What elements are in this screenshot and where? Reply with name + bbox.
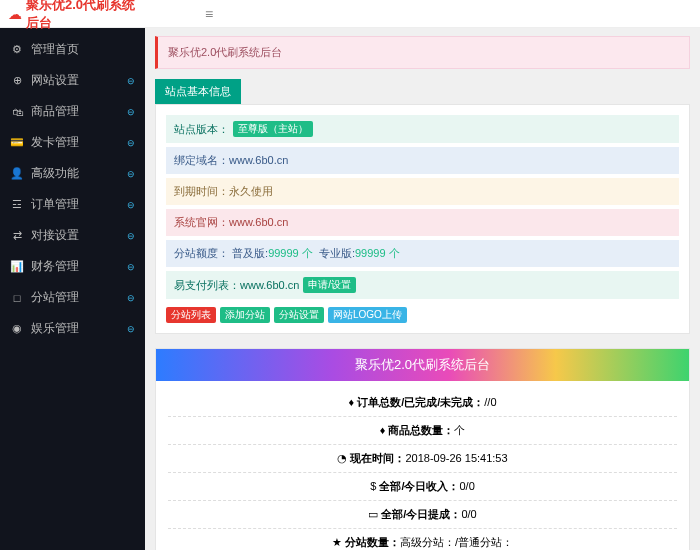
row-version: 站点版本： 至尊版（主站） — [166, 115, 679, 143]
alert-banner: 聚乐优2.0代刷系统后台 — [155, 36, 690, 69]
quick-links: 分站列表添加分站分站设置网站LOGO上传 — [166, 307, 679, 323]
panel-title: 聚乐优2.0代刷系统后台 — [156, 349, 689, 381]
sidebar-item-2[interactable]: 🛍商品管理⊖ — [0, 96, 145, 127]
sidebar-icon: ⊕ — [10, 74, 24, 87]
dashboard-panel: 聚乐优2.0代刷系统后台 ♦ 订单总数/已完成/未完成：//0♦ 商品总数量：个… — [155, 348, 690, 550]
chevron-icon: ⊖ — [127, 107, 135, 117]
sidebar-icon: 🛍 — [10, 106, 24, 118]
site-info-panel: 站点版本： 至尊版（主站） 绑定域名：www.6b0.cn 到期时间：永久使用 … — [155, 104, 690, 334]
stat-row-4: ▭ 全部/今日提成：0/0 — [168, 501, 677, 529]
version-tag: 至尊版（主站） — [233, 121, 313, 137]
sidebar-label: 高级功能 — [31, 165, 79, 182]
quick-link-0[interactable]: 分站列表 — [166, 307, 216, 323]
chevron-icon: ⊖ — [127, 324, 135, 334]
site-info-title: 站点基本信息 — [155, 79, 241, 104]
sidebar-item-6[interactable]: ⇄对接设置⊖ — [0, 220, 145, 251]
sidebar: ⚙管理首页⊕网站设置⊖🛍商品管理⊖💳发卡管理⊖👤高级功能⊖☲订单管理⊖⇄对接设置… — [0, 0, 145, 550]
quick-link-1[interactable]: 添加分站 — [220, 307, 270, 323]
sidebar-icon: ⇄ — [10, 229, 24, 242]
sidebar-icon: □ — [10, 292, 24, 304]
row-quota: 分站额度： 普及版:99999 个 专业版:99999 个 — [166, 240, 679, 267]
chevron-icon: ⊖ — [127, 76, 135, 86]
chevron-icon: ⊖ — [127, 231, 135, 241]
main-content: 聚乐优2.0代刷系统后台 站点基本信息 站点版本： 至尊版（主站） 绑定域名：w… — [145, 0, 700, 550]
sidebar-item-1[interactable]: ⊕网站设置⊖ — [0, 65, 145, 96]
chevron-icon: ⊖ — [127, 293, 135, 303]
row-official: 系统官网：www.6b0.cn — [166, 209, 679, 236]
sidebar-label: 娱乐管理 — [31, 320, 79, 337]
sidebar-icon: 📊 — [10, 260, 24, 273]
sidebar-item-0[interactable]: ⚙管理首页 — [0, 34, 145, 65]
sidebar-label: 订单管理 — [31, 196, 79, 213]
chevron-icon: ⊖ — [127, 138, 135, 148]
quick-link-2[interactable]: 分站设置 — [274, 307, 324, 323]
chevron-icon: ⊖ — [127, 200, 135, 210]
stat-row-0: ♦ 订单总数/已完成/未完成：//0 — [168, 389, 677, 417]
sidebar-item-8[interactable]: □分站管理⊖ — [0, 282, 145, 313]
brand-text: 聚乐优2.0代刷系统后台 — [26, 0, 145, 32]
sidebar-label: 分站管理 — [31, 289, 79, 306]
stat-row-2: ◔ 现在时间：2018-09-26 15:41:53 — [168, 445, 677, 473]
sidebar-label: 发卡管理 — [31, 134, 79, 151]
sidebar-label: 对接设置 — [31, 227, 79, 244]
stat-row-3: $ 全部/今日收入：0/0 — [168, 473, 677, 501]
chevron-icon: ⊖ — [127, 169, 135, 179]
sidebar-label: 管理首页 — [31, 41, 79, 58]
sidebar-item-4[interactable]: 👤高级功能⊖ — [0, 158, 145, 189]
row-expire: 到期时间：永久使用 — [166, 178, 679, 205]
row-domain: 绑定域名：www.6b0.cn — [166, 147, 679, 174]
pay-apply-link[interactable]: 申请/设置 — [303, 277, 356, 293]
sidebar-item-5[interactable]: ☲订单管理⊖ — [0, 189, 145, 220]
quick-link-3[interactable]: 网站LOGO上传 — [328, 307, 407, 323]
sidebar-item-7[interactable]: 📊财务管理⊖ — [0, 251, 145, 282]
sidebar-icon: ⚙ — [10, 43, 24, 56]
sidebar-item-3[interactable]: 💳发卡管理⊖ — [0, 127, 145, 158]
sidebar-icon: ◉ — [10, 322, 24, 335]
sidebar-label: 商品管理 — [31, 103, 79, 120]
row-pay: 易支付列表：www.6b0.cn 申请/设置 — [166, 271, 679, 299]
stat-row-5: ★ 分站数量：高级分站：/普通分站： — [168, 529, 677, 550]
chevron-icon: ⊖ — [127, 262, 135, 272]
sidebar-icon: 💳 — [10, 136, 24, 149]
sidebar-label: 财务管理 — [31, 258, 79, 275]
stat-row-1: ♦ 商品总数量：个 — [168, 417, 677, 445]
sidebar-icon: 👤 — [10, 167, 24, 180]
sidebar-icon: ☲ — [10, 198, 24, 211]
cloud-icon: ☁ — [8, 6, 22, 22]
brand: ☁ 聚乐优2.0代刷系统后台 — [0, 0, 145, 32]
sidebar-label: 网站设置 — [31, 72, 79, 89]
menu-toggle-icon[interactable]: ≡ — [205, 6, 213, 22]
sidebar-item-9[interactable]: ◉娱乐管理⊖ — [0, 313, 145, 344]
